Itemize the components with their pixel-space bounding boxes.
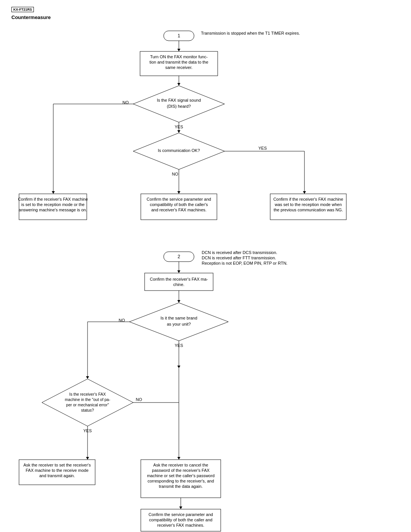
svg-marker-32 [177, 366, 180, 368]
diagram1: 1 Transmission is stopped when the T1 TI… [11, 24, 400, 237]
bottom-right-line2: compatibility of both the caller and [149, 518, 212, 522]
node2-note2: DCN is received after FTT transmission. [202, 256, 276, 260]
diamond4-line3: per or mechanical error" [66, 403, 109, 407]
svg-marker-9 [52, 191, 55, 194]
diamond3-line2: as your unit? [167, 322, 191, 326]
node2-note3: Reception is not EOP, EOM PIN, RTP or RT… [202, 261, 287, 265]
right-box-line3: the previous communication was NG. [274, 208, 343, 212]
svg-marker-23 [177, 270, 180, 273]
diamond1-line2: (DIS) heard? [167, 104, 191, 109]
svg-marker-11 [177, 130, 180, 133]
right-box-line1: Confirm if the receiver's FAX machine [273, 197, 343, 201]
bottom-right-line1: Confirm the service parameter and [148, 512, 213, 517]
yes2-label: YES [258, 146, 267, 150]
diamond2-text: Is communication OK? [158, 148, 200, 153]
center-right-box-line4: corresponding to the receiver's, and [148, 479, 214, 483]
svg-marker-30 [86, 376, 89, 379]
left-box-line3: answering machine's message is on. [19, 208, 87, 212]
svg-marker-17 [303, 191, 306, 194]
diamond4-line2: machine in the "out of pa- [65, 397, 110, 402]
box2-line2: chine. [173, 282, 184, 287]
center-box-line3: and receiver's FAX machines. [151, 208, 206, 212]
left-box-line1: Confirm if the receiver's FAX machine [18, 197, 88, 201]
bottom-left-line1: Ask the receiver to set the receiver's [24, 463, 91, 467]
diagram2: 2 DCN is received after DCS transmission… [11, 245, 400, 532]
box1-line3: same receiver. [165, 65, 193, 70]
page: KX-FT21RS Countermeasure 1 Transmission … [0, 0, 411, 532]
svg-marker-42 [179, 506, 182, 509]
svg-rect-24 [145, 273, 213, 291]
svg-marker-5 [177, 83, 180, 86]
svg-marker-35 [86, 457, 89, 460]
bottom-left-line2: FAX machine to the receive mode [25, 468, 88, 473]
center-box-line1: Confirm the service parameter and [147, 197, 211, 201]
svg-marker-39 [177, 457, 180, 460]
left-box-line2: is set to the reception mode or the [21, 202, 84, 207]
center-right-box-line2: password of the receiver's FAX [152, 468, 210, 473]
section-title: Countermeasure [11, 14, 400, 20]
svg-marker-14 [177, 191, 180, 194]
model-label: KX-FT21RS [11, 7, 34, 12]
center-box-line2: compatibility of both the caller's [150, 202, 208, 207]
box1-line1: Turn ON the FAX monitor func- [150, 54, 208, 59]
node2-label: 2 [178, 254, 180, 259]
center-right-box-line3: machine or set the caller's password [147, 473, 215, 478]
bottom-left-line3: and transmit again. [39, 473, 75, 478]
bottom-right-line3: receiver's FAX machines. [157, 523, 204, 527]
box2-line1: Confirm the receiver's FAX ma- [150, 277, 208, 281]
node2-note1: DCN is received after DCS transmission. [202, 250, 277, 255]
no4-label: NO [136, 397, 142, 402]
no2-label: NO [172, 172, 178, 176]
diamond4-line1: Is the receiver's FAX [69, 392, 106, 396]
box1-line2: tion and transmit the data to the [150, 60, 209, 64]
node1-label: 1 [178, 33, 180, 38]
svg-marker-26 [177, 300, 180, 303]
diamond4-line4: status? [81, 408, 94, 412]
center-right-box-line1: Ask the receiver to cancel the [153, 463, 208, 467]
node1-note: Transmission is stopped when the T1 TIME… [201, 31, 300, 35]
svg-marker-2 [177, 49, 180, 51]
diamond3-line1: Is it the same brand [161, 316, 198, 320]
center-right-box-line5: transmit the data again. [159, 484, 203, 489]
diamond1-line1: Is the FAX signal sound [157, 98, 201, 102]
right-box-line2: was set to the reception mode when [274, 202, 342, 207]
